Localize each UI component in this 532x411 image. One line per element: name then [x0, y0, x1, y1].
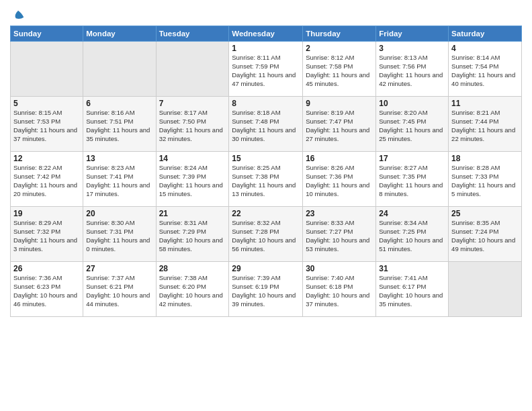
calendar-cell: 13Sunrise: 8:23 AM Sunset: 7:41 PM Dayli… — [83, 152, 156, 207]
calendar-cell: 28Sunrise: 7:38 AM Sunset: 6:20 PM Dayli… — [156, 262, 229, 317]
day-number: 2 — [306, 44, 373, 53]
day-of-week-header: Monday — [83, 26, 156, 42]
day-info: Sunrise: 7:40 AM Sunset: 6:18 PM Dayligh… — [306, 274, 373, 308]
day-number: 9 — [306, 99, 373, 108]
day-number: 20 — [86, 209, 152, 218]
day-of-week-header: Friday — [376, 26, 449, 42]
day-number: 24 — [379, 209, 445, 218]
calendar-cell: 16Sunrise: 8:26 AM Sunset: 7:36 PM Dayli… — [303, 152, 376, 207]
calendar-cell: 7Sunrise: 8:17 AM Sunset: 7:50 PM Daylig… — [156, 97, 229, 152]
main-container: SundayMondayTuesdayWednesdayThursdayFrid… — [0, 0, 532, 324]
day-info: Sunrise: 8:15 AM Sunset: 7:53 PM Dayligh… — [13, 109, 80, 143]
day-info: Sunrise: 7:37 AM Sunset: 6:21 PM Dayligh… — [86, 274, 152, 308]
day-info: Sunrise: 8:35 AM Sunset: 7:24 PM Dayligh… — [451, 219, 519, 253]
day-number: 26 — [13, 264, 80, 273]
calendar-cell: 27Sunrise: 7:37 AM Sunset: 6:21 PM Dayli… — [83, 262, 156, 317]
calendar-cell: 11Sunrise: 8:21 AM Sunset: 7:44 PM Dayli… — [449, 97, 522, 152]
day-info: Sunrise: 8:30 AM Sunset: 7:31 PM Dayligh… — [86, 219, 152, 253]
calendar-week-row: 5Sunrise: 8:15 AM Sunset: 7:53 PM Daylig… — [11, 97, 522, 152]
calendar-cell: 2Sunrise: 8:12 AM Sunset: 7:58 PM Daylig… — [303, 42, 376, 97]
day-info: Sunrise: 7:38 AM Sunset: 6:20 PM Dayligh… — [159, 274, 226, 308]
day-number: 8 — [232, 99, 300, 108]
calendar-cell: 1Sunrise: 8:11 AM Sunset: 7:59 PM Daylig… — [229, 42, 303, 97]
day-of-week-row: SundayMondayTuesdayWednesdayThursdayFrid… — [11, 26, 522, 42]
calendar-cell: 24Sunrise: 8:34 AM Sunset: 7:25 PM Dayli… — [376, 207, 449, 262]
day-number: 14 — [159, 154, 226, 163]
day-info: Sunrise: 8:16 AM Sunset: 7:51 PM Dayligh… — [86, 109, 152, 143]
calendar-cell — [156, 42, 229, 97]
day-info: Sunrise: 8:33 AM Sunset: 7:27 PM Dayligh… — [306, 219, 373, 253]
day-of-week-header: Thursday — [303, 26, 376, 42]
day-of-week-header: Tuesday — [156, 26, 229, 42]
day-info: Sunrise: 8:20 AM Sunset: 7:45 PM Dayligh… — [379, 109, 445, 143]
day-of-week-header: Wednesday — [229, 26, 303, 42]
calendar-cell — [83, 42, 156, 97]
day-number: 11 — [451, 99, 519, 108]
calendar-week-row: 19Sunrise: 8:29 AM Sunset: 7:32 PM Dayli… — [11, 207, 522, 262]
calendar-cell: 29Sunrise: 7:39 AM Sunset: 6:19 PM Dayli… — [229, 262, 303, 317]
day-info: Sunrise: 8:21 AM Sunset: 7:44 PM Dayligh… — [451, 109, 519, 143]
day-number: 28 — [159, 264, 226, 273]
calendar-cell: 5Sunrise: 8:15 AM Sunset: 7:53 PM Daylig… — [11, 97, 83, 152]
day-number: 18 — [451, 154, 519, 163]
calendar-cell: 10Sunrise: 8:20 AM Sunset: 7:45 PM Dayli… — [376, 97, 449, 152]
calendar-cell: 21Sunrise: 8:31 AM Sunset: 7:29 PM Dayli… — [156, 207, 229, 262]
day-number: 1 — [232, 44, 300, 53]
calendar-cell: 23Sunrise: 8:33 AM Sunset: 7:27 PM Dayli… — [303, 207, 376, 262]
day-info: Sunrise: 7:41 AM Sunset: 6:17 PM Dayligh… — [379, 274, 445, 308]
day-number: 30 — [306, 264, 373, 273]
day-number: 3 — [379, 44, 445, 53]
day-number: 4 — [451, 44, 519, 53]
day-number: 6 — [86, 99, 152, 108]
calendar-cell: 18Sunrise: 8:28 AM Sunset: 7:33 PM Dayli… — [449, 152, 522, 207]
day-number: 31 — [379, 264, 445, 273]
day-info: Sunrise: 8:25 AM Sunset: 7:38 PM Dayligh… — [232, 164, 300, 198]
logo — [10, 9, 25, 23]
calendar-week-row: 12Sunrise: 8:22 AM Sunset: 7:42 PM Dayli… — [11, 152, 522, 207]
day-info: Sunrise: 8:32 AM Sunset: 7:28 PM Dayligh… — [232, 219, 300, 253]
day-number: 13 — [86, 154, 152, 163]
calendar-cell: 4Sunrise: 8:14 AM Sunset: 7:54 PM Daylig… — [449, 42, 522, 97]
calendar-cell: 25Sunrise: 8:35 AM Sunset: 7:24 PM Dayli… — [449, 207, 522, 262]
calendar-cell: 22Sunrise: 8:32 AM Sunset: 7:28 PM Dayli… — [229, 207, 303, 262]
header — [10, 7, 522, 23]
calendar-cell: 26Sunrise: 7:36 AM Sunset: 6:23 PM Dayli… — [11, 262, 83, 317]
day-info: Sunrise: 8:14 AM Sunset: 7:54 PM Dayligh… — [451, 54, 519, 88]
day-number: 5 — [13, 99, 80, 108]
day-number: 29 — [232, 264, 300, 273]
day-number: 22 — [232, 209, 300, 218]
day-info: Sunrise: 8:17 AM Sunset: 7:50 PM Dayligh… — [159, 109, 226, 143]
day-info: Sunrise: 8:26 AM Sunset: 7:36 PM Dayligh… — [306, 164, 373, 198]
calendar-cell: 8Sunrise: 8:18 AM Sunset: 7:48 PM Daylig… — [229, 97, 303, 152]
day-number: 19 — [13, 209, 80, 218]
day-info: Sunrise: 8:29 AM Sunset: 7:32 PM Dayligh… — [13, 219, 80, 253]
day-info: Sunrise: 8:22 AM Sunset: 7:42 PM Dayligh… — [13, 164, 80, 198]
calendar-cell: 9Sunrise: 8:19 AM Sunset: 7:47 PM Daylig… — [303, 97, 376, 152]
day-number: 7 — [159, 99, 226, 108]
day-info: Sunrise: 8:24 AM Sunset: 7:39 PM Dayligh… — [159, 164, 226, 198]
day-number: 12 — [13, 154, 80, 163]
calendar-cell: 6Sunrise: 8:16 AM Sunset: 7:51 PM Daylig… — [83, 97, 156, 152]
day-info: Sunrise: 8:13 AM Sunset: 7:56 PM Dayligh… — [379, 54, 445, 88]
day-info: Sunrise: 8:18 AM Sunset: 7:48 PM Dayligh… — [232, 109, 300, 143]
day-number: 10 — [379, 99, 445, 108]
logo-text — [10, 9, 25, 23]
day-info: Sunrise: 8:19 AM Sunset: 7:47 PM Dayligh… — [306, 109, 373, 143]
day-number: 25 — [451, 209, 519, 218]
calendar-cell: 19Sunrise: 8:29 AM Sunset: 7:32 PM Dayli… — [11, 207, 83, 262]
calendar-cell: 12Sunrise: 8:22 AM Sunset: 7:42 PM Dayli… — [11, 152, 83, 207]
day-number: 23 — [306, 209, 373, 218]
day-info: Sunrise: 7:39 AM Sunset: 6:19 PM Dayligh… — [232, 274, 300, 308]
day-info: Sunrise: 8:27 AM Sunset: 7:35 PM Dayligh… — [379, 164, 445, 198]
calendar-cell: 3Sunrise: 8:13 AM Sunset: 7:56 PM Daylig… — [376, 42, 449, 97]
calendar-cell: 17Sunrise: 8:27 AM Sunset: 7:35 PM Dayli… — [376, 152, 449, 207]
day-info: Sunrise: 8:34 AM Sunset: 7:25 PM Dayligh… — [379, 219, 445, 253]
calendar-cell: 31Sunrise: 7:41 AM Sunset: 6:17 PM Dayli… — [376, 262, 449, 317]
day-number: 21 — [159, 209, 226, 218]
day-of-week-header: Sunday — [11, 26, 83, 42]
calendar-cell: 20Sunrise: 8:30 AM Sunset: 7:31 PM Dayli… — [83, 207, 156, 262]
calendar-week-row: 26Sunrise: 7:36 AM Sunset: 6:23 PM Dayli… — [11, 262, 522, 317]
day-number: 27 — [86, 264, 152, 273]
calendar-cell: 14Sunrise: 8:24 AM Sunset: 7:39 PM Dayli… — [156, 152, 229, 207]
day-number: 15 — [232, 154, 300, 163]
